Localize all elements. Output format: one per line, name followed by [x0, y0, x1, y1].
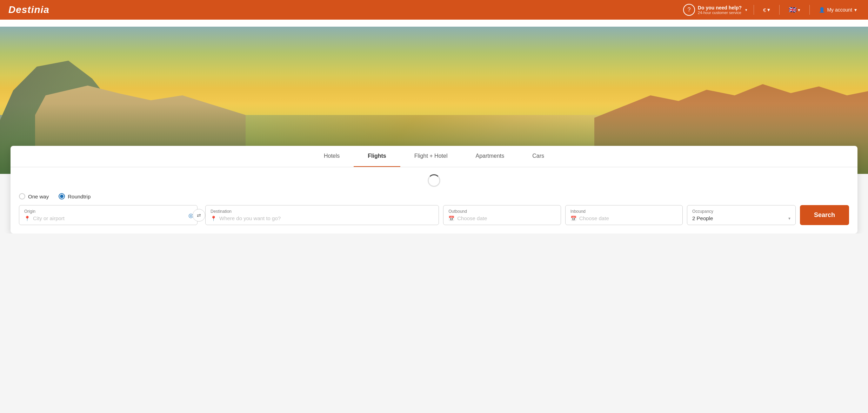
roundtrip-radio[interactable] [59, 193, 65, 199]
radio-inner-dot [60, 195, 64, 198]
occupancy-display: 2 People [692, 215, 713, 221]
currency-symbol: € [763, 7, 766, 13]
account-person-icon: 👤 [819, 7, 825, 13]
occupancy-label: Occupancy [692, 209, 790, 214]
white-bar [0, 20, 868, 27]
inbound-field[interactable]: Inbound 📅 Choose date [565, 205, 683, 225]
account-label: My account [827, 7, 852, 13]
search-form: Origin 📍 City or airport ◎ ⇄ Destination… [11, 205, 857, 225]
tab-flights[interactable]: Flights [354, 146, 400, 167]
help-chevron: ▾ [745, 8, 747, 12]
destination-pin-icon: 📍 [211, 216, 216, 221]
flag-icon: 🇬🇧 [789, 6, 796, 14]
outbound-field[interactable]: Outbound 📅 Choose date [443, 205, 561, 225]
occupancy-arrow-icon: ▾ [788, 216, 790, 221]
help-title: Do you need help? [698, 5, 742, 11]
flight-options: One way Roundtrip [11, 190, 857, 205]
destination-label: Destination [211, 209, 434, 214]
inbound-label: Inbound [570, 209, 677, 214]
search-tabs: Hotels Flights Flight + Hotel Apartments… [11, 146, 857, 167]
one-way-label: One way [28, 194, 49, 199]
main-header: Destinia ? Do you need help? 24-hour cus… [0, 0, 868, 20]
search-button[interactable]: Search [800, 205, 849, 225]
help-icon: ? [683, 4, 695, 16]
occupancy-value: 2 People ▾ [692, 215, 790, 221]
origin-pin-icon: 📍 [24, 216, 30, 221]
header-right: ? Do you need help? 24-hour customer ser… [683, 4, 860, 16]
search-panel: Hotels Flights Flight + Hotel Apartments… [11, 146, 857, 233]
tab-cars[interactable]: Cars [518, 146, 558, 167]
divider-3 [809, 5, 810, 15]
destination-value: 📍 Where do you want to go? [211, 215, 434, 221]
origin-placeholder: City or airport [33, 215, 65, 221]
swap-button[interactable]: ⇄ [193, 209, 205, 222]
origin-field[interactable]: Origin 📍 City or airport [19, 205, 198, 225]
divider-1 [754, 5, 754, 15]
account-button[interactable]: 👤 My account ▾ [816, 6, 860, 14]
destination-field[interactable]: Destination 📍 Where do you want to go? [205, 205, 439, 225]
help-subtitle: 24-hour customer service [698, 11, 742, 15]
outbound-calendar-icon: 📅 [448, 216, 454, 221]
occupancy-field[interactable]: Occupancy 2 People ▾ [687, 205, 796, 225]
currency-chevron: ▾ [767, 7, 770, 13]
account-chevron: ▾ [854, 7, 857, 13]
language-chevron: ▾ [798, 7, 800, 13]
roundtrip-option[interactable]: Roundtrip [59, 193, 91, 199]
outbound-value: 📅 Choose date [448, 215, 555, 221]
inbound-placeholder: Choose date [579, 215, 609, 221]
destination-placeholder: Where do you want to go? [219, 215, 281, 221]
roundtrip-label: Roundtrip [68, 194, 91, 199]
help-text: Do you need help? 24-hour customer servi… [698, 5, 742, 15]
help-button[interactable]: ? Do you need help? 24-hour customer ser… [683, 4, 747, 16]
tab-flight-hotel[interactable]: Flight + Hotel [400, 146, 462, 167]
one-way-radio[interactable] [19, 193, 25, 199]
origin-wrapper: Origin 📍 City or airport ◎ ⇄ [19, 205, 198, 225]
divider-2 [779, 5, 780, 15]
loading-spinner [428, 174, 440, 187]
one-way-option[interactable]: One way [19, 193, 49, 199]
origin-value: 📍 City or airport [24, 215, 185, 221]
origin-label: Origin [24, 209, 185, 214]
tab-hotels[interactable]: Hotels [310, 146, 354, 167]
outbound-label: Outbound [448, 209, 555, 214]
tab-apartments[interactable]: Apartments [461, 146, 518, 167]
inbound-calendar-icon: 📅 [570, 216, 576, 221]
language-selector[interactable]: 🇬🇧 ▾ [786, 5, 803, 15]
loading-area [11, 167, 857, 190]
inbound-value: 📅 Choose date [570, 215, 677, 221]
currency-selector[interactable]: € ▾ [760, 5, 773, 14]
outbound-placeholder: Choose date [457, 215, 487, 221]
site-logo: Destinia [8, 4, 49, 15]
